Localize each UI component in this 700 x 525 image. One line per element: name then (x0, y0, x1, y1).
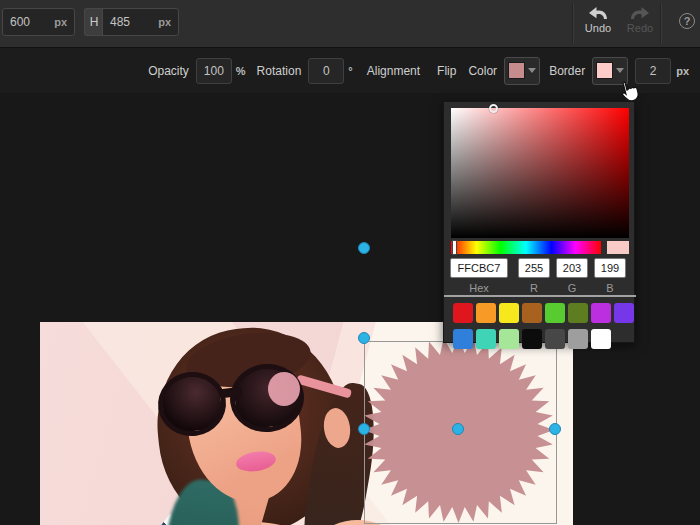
preset-swatch[interactable] (522, 329, 542, 349)
opacity-unit: % (236, 65, 246, 77)
height-input[interactable]: 485 px (102, 8, 179, 36)
properties-toolbar: Opacity 100 % Rotation 0 ° Alignment Fli… (0, 47, 700, 93)
preset-swatch[interactable] (476, 329, 496, 349)
hex-input[interactable]: FFCBC7 (450, 258, 508, 278)
red-label: R (518, 282, 550, 294)
preset-swatch[interactable] (545, 303, 565, 323)
border-width-input[interactable]: 2 (635, 58, 671, 84)
rotation-unit: ° (348, 65, 352, 77)
redo-button[interactable]: Redo (620, 5, 660, 45)
color-swatch (508, 62, 525, 79)
rotation-input[interactable]: 0 (308, 58, 344, 84)
top-bar: 600 px H 485 px Undo Redo ? (0, 0, 700, 47)
image-editor: { "topbar": { "width_value": "600", "wid… (0, 0, 700, 525)
preset-swatch[interactable] (499, 303, 519, 323)
chevron-down-icon (616, 68, 624, 73)
handle-middle-left[interactable] (358, 332, 370, 344)
hue-slider[interactable] (451, 241, 601, 254)
red-input[interactable]: 255 (518, 258, 550, 278)
height-value: 485 (110, 15, 130, 29)
hex-label: Hex (450, 282, 508, 294)
border-label: Border (549, 64, 585, 78)
undo-label: Undo (585, 22, 611, 34)
preset-swatch[interactable] (499, 329, 519, 349)
preset-swatch[interactable] (476, 303, 496, 323)
color-label: Color (468, 64, 497, 78)
undo-icon (587, 5, 609, 21)
photo-lens-reflection (268, 372, 300, 406)
color-dropdown[interactable] (504, 57, 540, 85)
separator (572, 3, 573, 44)
preset-swatch[interactable] (568, 329, 588, 349)
blue-label: B (594, 282, 626, 294)
divider (444, 295, 636, 297)
preset-swatch[interactable] (591, 329, 611, 349)
separator (660, 3, 661, 44)
redo-icon (629, 5, 651, 21)
width-unit: px (54, 16, 67, 28)
height-unit: px (158, 16, 171, 28)
gradient-cursor[interactable] (489, 104, 498, 113)
hue-slider-handle[interactable] (452, 240, 457, 255)
preset-swatch[interactable] (522, 303, 542, 323)
saturation-gradient[interactable] (451, 108, 629, 238)
preset-swatch[interactable] (453, 303, 473, 323)
green-input[interactable]: 203 (556, 258, 588, 278)
opacity-input[interactable]: 100 (196, 58, 232, 84)
width-input[interactable]: 600 px (2, 8, 75, 36)
preset-swatch[interactable] (568, 303, 588, 323)
border-swatch (596, 62, 613, 79)
handle-top-left[interactable] (358, 242, 370, 254)
redo-label: Redo (627, 22, 653, 34)
preset-swatch[interactable] (591, 303, 611, 323)
chevron-down-icon (528, 68, 536, 73)
preset-swatch[interactable] (453, 329, 473, 349)
green-label: G (556, 282, 588, 294)
border-width-unit: px (676, 65, 689, 77)
color-picker-popup: FFCBC7 255 203 199 Hex R G B (443, 101, 635, 343)
height-label: H (84, 8, 103, 36)
blue-input[interactable]: 199 (594, 258, 626, 278)
color-preview-swatch (607, 241, 629, 254)
preset-swatch[interactable] (614, 303, 634, 323)
help-icon[interactable]: ? (679, 13, 695, 29)
undo-button[interactable]: Undo (578, 5, 618, 45)
alignment-button[interactable]: Alignment (367, 64, 420, 78)
width-value: 600 (10, 15, 30, 29)
preset-swatch[interactable] (545, 329, 565, 349)
handle-bottom-left[interactable] (358, 423, 370, 435)
handle-bottom-middle[interactable] (452, 423, 464, 435)
flip-button[interactable]: Flip (437, 64, 456, 78)
rotation-label: Rotation (257, 64, 302, 78)
opacity-label: Opacity (148, 64, 189, 78)
handle-bottom-right[interactable] (549, 423, 561, 435)
